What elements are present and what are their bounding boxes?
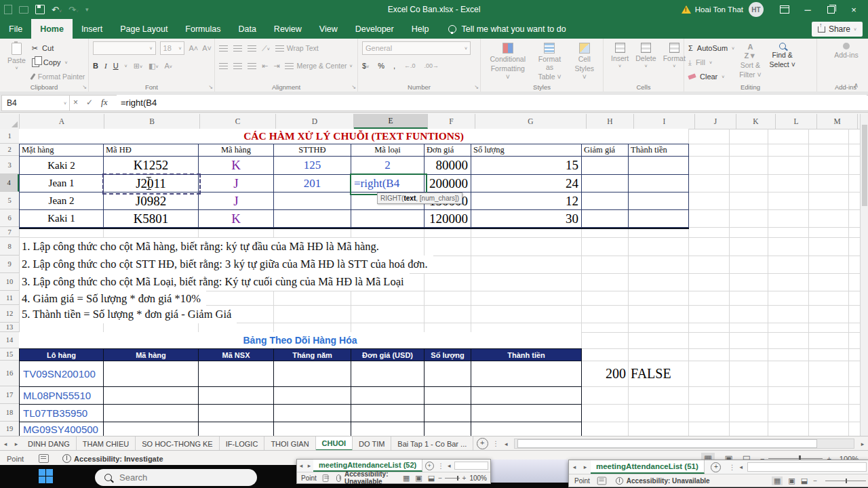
- percent-format-icon[interactable]: %: [378, 62, 384, 70]
- row-header-13[interactable]: 13: [0, 323, 19, 332]
- table2-header[interactable]: Mã NSX: [199, 349, 274, 361]
- insert-function-icon[interactable]: fx: [101, 97, 107, 108]
- table1-header[interactable]: Mã hàng: [199, 144, 274, 157]
- cell-f19[interactable]: [425, 422, 471, 436]
- borders-icon[interactable]: ⊞˅: [134, 62, 142, 70]
- tab-review[interactable]: Review: [265, 19, 311, 39]
- cell-h3[interactable]: [582, 157, 629, 175]
- mini-excel-window-51[interactable]: ◂ ▸ meetingAttendanceList (51) + ⋮ ◂ Poi…: [568, 460, 868, 487]
- cell-h5[interactable]: [582, 192, 629, 210]
- cell-f17[interactable]: [425, 387, 471, 405]
- cell-d17[interactable]: [274, 387, 351, 405]
- cell-c19[interactable]: [199, 422, 274, 436]
- page-layout-view-icon[interactable]: ▣: [788, 476, 795, 485]
- hscroll-left-icon[interactable]: ◂: [500, 436, 511, 451]
- mini-b-scrollbar[interactable]: [747, 462, 867, 472]
- row-header-6[interactable]: 6: [0, 209, 19, 227]
- cell-b6[interactable]: K5801: [104, 210, 199, 228]
- col-header-a[interactable]: A: [20, 114, 104, 129]
- cell-g4[interactable]: 24: [471, 175, 582, 192]
- mini-a-zoom-level[interactable]: 100%: [469, 474, 487, 482]
- vertical-scrollbar[interactable]: [860, 114, 868, 436]
- tab-options-dots-icon[interactable]: ⋮: [491, 436, 500, 451]
- table1-header[interactable]: Thành tiền: [629, 144, 689, 157]
- row-header-14[interactable]: 14: [0, 332, 19, 348]
- undo-icon[interactable]: ↶˅: [52, 5, 62, 15]
- name-box[interactable]: B4˅: [1, 95, 70, 111]
- row-header-3[interactable]: 3: [0, 156, 19, 174]
- number-format-box[interactable]: General˅: [362, 41, 471, 55]
- cell-b19[interactable]: [104, 422, 199, 436]
- sheet-nav-left-icon[interactable]: ◂: [0, 436, 11, 451]
- horizontal-scrollbar-thumb[interactable]: [517, 439, 817, 448]
- cell-a18[interactable]: TL07TB35950: [20, 405, 104, 422]
- sheet-title-text[interactable]: CÁC HÀM XỬ LÝ CHUỖI (TEXT FUNTIONS): [19, 129, 688, 144]
- col-header-e[interactable]: E: [354, 114, 428, 129]
- cell-f4[interactable]: 200000: [425, 175, 471, 192]
- col-header-m[interactable]: M: [817, 114, 858, 129]
- paste-button[interactable]: Paste˅: [4, 41, 29, 83]
- cell-h4[interactable]: [582, 175, 629, 192]
- restore-button[interactable]: [819, 0, 842, 19]
- save-icon[interactable]: [35, 5, 45, 14]
- row-header-4[interactable]: 4: [0, 174, 19, 192]
- sort-filter-button[interactable]: AZ▼Sort &Filter ˅: [736, 41, 764, 83]
- tab-help[interactable]: Help: [403, 19, 438, 39]
- mini-a-zoom-slider[interactable]: [445, 478, 460, 479]
- table1-header[interactable]: Mặt hàng: [20, 144, 104, 157]
- macro-record-icon[interactable]: [39, 454, 49, 463]
- sheet-tab-bai-tap-1[interactable]: Bai Tap 1 - Co Bar ...: [391, 436, 473, 451]
- tab-page-layout[interactable]: Page Layout: [111, 19, 176, 39]
- mini-b-nav-right-icon[interactable]: ▸: [580, 460, 591, 474]
- cell-g17[interactable]: [471, 387, 582, 405]
- clipboard-dialog-launcher[interactable]: ↘: [82, 84, 87, 90]
- tab-developer[interactable]: Developer: [347, 19, 403, 39]
- mini-a-nav-right-icon[interactable]: ▸: [305, 460, 313, 472]
- redo-icon[interactable]: ↷˅: [68, 5, 79, 15]
- tab-view[interactable]: View: [311, 19, 347, 39]
- sheet-tab-thoi-gian[interactable]: THOI GIAN: [264, 436, 315, 451]
- row-header-16[interactable]: 16: [0, 361, 19, 386]
- zoom-out-icon[interactable]: −: [438, 474, 442, 482]
- mini-b-zoom-slider[interactable]: [825, 481, 866, 481]
- mini-b-sheet-tab[interactable]: meetingAttendanceList (51): [591, 460, 705, 474]
- row-header-7[interactable]: 7: [0, 227, 19, 237]
- zoom-out-icon[interactable]: −: [813, 477, 817, 485]
- conditional-formatting-button[interactable]: ConditionalFormatting ˅: [485, 41, 531, 82]
- cell-f16[interactable]: [425, 361, 471, 387]
- avatar[interactable]: HT: [749, 2, 764, 17]
- mini-b-accessibility[interactable]: Accessibility: Unavailable: [627, 477, 710, 485]
- mini-a-new-sheet-button[interactable]: +: [422, 460, 436, 472]
- cell-c5[interactable]: J: [199, 192, 274, 210]
- table2-header[interactable]: Thành tiền: [471, 349, 582, 361]
- table1-header[interactable]: Giảm giá: [582, 144, 629, 157]
- mini-a-accessibility[interactable]: Accessibility: Unavailable: [344, 470, 397, 485]
- cell-a16[interactable]: TV09SN200100: [20, 361, 104, 387]
- cell-i5[interactable]: [629, 192, 689, 210]
- minimize-button[interactable]: ─: [796, 0, 819, 19]
- wrap-text-button[interactable]: Wrap Text: [275, 44, 319, 52]
- page-break-view-icon[interactable]: ⬓: [428, 474, 435, 483]
- row-header-11[interactable]: 11: [0, 291, 19, 305]
- page-layout-view-icon[interactable]: ▣: [415, 474, 422, 483]
- cell-styles-button[interactable]: CellStyles ˅: [568, 41, 600, 82]
- mini-b-new-sheet-button[interactable]: +: [705, 460, 728, 474]
- align-top-icon[interactable]: [219, 45, 228, 52]
- addins-button[interactable]: Add-ins: [821, 41, 868, 60]
- cell-b17[interactable]: [104, 387, 199, 405]
- cell-a5[interactable]: Jean 2: [20, 192, 104, 210]
- cell-d6[interactable]: [274, 210, 351, 228]
- autosum-button[interactable]: ΣAutoSum˅: [688, 41, 734, 55]
- select-all-corner[interactable]: [0, 114, 20, 129]
- page-break-view-icon[interactable]: ⬓: [801, 476, 808, 485]
- insert-cells-button[interactable]: Insert˅: [608, 41, 632, 70]
- copy-button[interactable]: Copy˅: [32, 56, 85, 69]
- cell-i4[interactable]: [629, 175, 689, 192]
- underline-button[interactable]: U: [113, 62, 119, 70]
- alignment-dialog-launcher[interactable]: ↘: [351, 84, 356, 90]
- cell-e17[interactable]: [351, 387, 425, 405]
- table1-header[interactable]: Mã loại: [351, 144, 425, 157]
- table2-header[interactable]: Lô hàng: [20, 349, 104, 361]
- cell-i16[interactable]: FALSE: [631, 361, 688, 386]
- horizontal-scrollbar[interactable]: [514, 439, 854, 449]
